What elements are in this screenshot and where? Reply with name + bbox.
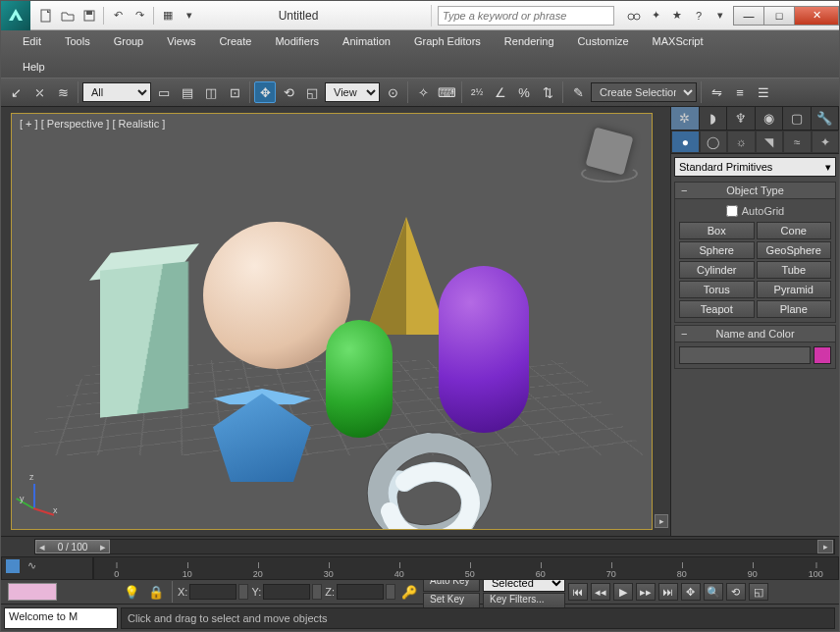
select-rotate-icon[interactable]: ⟲ [278,81,299,103]
viewport-expand-button[interactable]: ▸ [655,514,668,528]
manipulate-icon[interactable]: ✧ [412,81,434,103]
snap-toggle-icon[interactable]: 2½ [466,81,488,103]
menu-help[interactable]: Help [11,57,57,77]
communication-icon[interactable]: ✦ [646,6,665,26]
capsule-purple-object[interactable] [439,266,529,433]
redo-icon[interactable]: ↷ [130,6,149,26]
menu-animation[interactable]: Animation [331,31,402,51]
viewport[interactable]: [ + ] [ Perspective ] [ Realistic ] [11,113,653,530]
select-name-icon[interactable]: ▤ [177,81,198,103]
key-icon[interactable]: 🔑 [398,581,420,603]
capsule-green-object[interactable] [326,320,393,438]
named-selection-dropdown[interactable]: Create Selection Se [591,82,697,102]
qat-dropdown-icon[interactable]: ▾ [180,6,199,26]
search-input[interactable] [438,6,614,26]
align-icon[interactable]: ≡ [729,81,751,103]
save-icon[interactable] [79,6,99,26]
binoculars-icon[interactable] [624,6,644,26]
layers-icon[interactable]: ☰ [753,81,774,103]
edit-named-sel-icon[interactable]: ✎ [567,81,589,103]
lights-subtab-icon[interactable]: ☼ [727,131,756,153]
sphere-button[interactable]: Sphere [679,241,755,259]
select-scale-icon[interactable]: ◱ [301,81,323,103]
maxscript-listener[interactable]: Welcome to M [4,607,118,629]
nav-zoom-icon[interactable]: 🔍 [704,583,723,601]
prev-frame-icon[interactable]: ◂◂ [591,583,610,601]
box-button[interactable]: Box [679,222,755,239]
motion-tab-icon[interactable]: ◉ [756,107,784,130]
use-center-icon[interactable]: ⊙ [382,81,403,103]
create-tab-icon[interactable]: ✲ [671,107,700,130]
link-icon[interactable]: ↙ [5,81,26,103]
nav-pan-icon[interactable]: ✥ [681,583,701,601]
menu-modifiers[interactable]: Modifiers [263,31,331,51]
select-icon[interactable]: ▭ [153,81,175,103]
y-spinner[interactable] [312,584,322,600]
name-color-rollout-header[interactable]: −Name and Color [674,325,836,342]
undo-icon[interactable]: ↶ [108,6,128,26]
track-curve-icon[interactable]: ∿ [27,559,36,572]
open-icon[interactable] [58,6,78,26]
hierarchy-tab-icon[interactable]: ♆ [727,107,756,130]
selection-filter-dropdown[interactable]: All [82,82,151,102]
goto-end-icon[interactable]: ⏭ [658,583,678,601]
menu-maxscript[interactable]: MAXScript [641,31,715,51]
teapot-button[interactable]: Teapot [679,300,755,318]
new-icon[interactable] [36,6,56,26]
object-type-rollout-header[interactable]: −Object Type [674,182,836,199]
torus-knot-object[interactable] [345,428,512,530]
geometry-subtab-icon[interactable]: ● [671,131,700,153]
nav-max-icon[interactable]: ◱ [749,583,768,601]
menu-graph-editors[interactable]: Graph Editors [402,31,493,51]
z-coord-input[interactable] [337,584,384,600]
tube-button[interactable]: Tube [757,261,832,279]
cylinder-button[interactable]: Cylinder [679,261,755,279]
helpers-subtab-icon[interactable]: ≈ [783,131,812,153]
time-slider-track[interactable]: ◂ 0 / 100 ▸ ▸ [34,539,835,554]
help-icon[interactable]: ? [689,6,709,26]
bind-icon[interactable]: ≋ [52,81,74,103]
minimize-button[interactable]: ― [733,6,764,26]
spinner-snap-icon[interactable]: ⇅ [537,81,558,103]
percent-snap-icon[interactable]: % [513,81,535,103]
z-spinner[interactable] [386,584,395,600]
play-icon[interactable]: ▶ [613,583,633,601]
favorites-icon[interactable]: ★ [667,6,687,26]
selection-lock-indicator[interactable] [8,583,57,601]
x-spinner[interactable] [238,584,248,600]
menu-customize[interactable]: Customize [566,31,641,51]
category-dropdown[interactable]: Standard Primitives▾ [674,157,836,177]
help-dropdown-icon[interactable]: ▾ [710,6,730,26]
x-coord-input[interactable] [189,584,236,600]
angle-snap-icon[interactable]: ∠ [490,81,511,103]
goto-start-icon[interactable]: ⏮ [568,583,588,601]
spacewarps-subtab-icon[interactable]: ✦ [812,131,840,153]
time-slider-thumb[interactable]: ◂ 0 / 100 ▸ [35,540,110,553]
pyramid-button[interactable]: Pyramid [757,281,832,298]
next-frame-icon[interactable]: ▸▸ [636,583,656,601]
cone-button[interactable]: Cone [757,222,832,239]
select-move-icon[interactable]: ✥ [254,81,276,103]
menu-views[interactable]: Views [155,31,207,51]
window-crossing-icon[interactable]: ⊡ [224,81,245,103]
nav-orbit-icon[interactable]: ⟲ [726,583,746,601]
utilities-tab-icon[interactable]: 🔧 [812,107,840,130]
display-tab-icon[interactable]: ▢ [783,107,812,130]
project-icon[interactable]: ▦ [158,6,178,26]
geosphere-button[interactable]: GeoSphere [757,241,832,259]
autogrid-checkbox[interactable] [726,205,738,217]
unlink-icon[interactable]: ⤫ [28,81,50,103]
menu-rendering[interactable]: Rendering [493,31,566,51]
menu-group[interactable]: Group [102,31,156,51]
close-button[interactable]: ✕ [794,6,839,26]
menu-create[interactable]: Create [207,31,263,51]
app-menu-icon[interactable] [1,1,30,30]
select-region-icon[interactable]: ◫ [200,81,222,103]
object-name-input[interactable] [679,346,811,364]
menu-tools[interactable]: Tools [53,31,102,51]
plane-button[interactable]: Plane [757,300,832,318]
selection-lock-icon[interactable]: 🔒 [145,581,167,603]
object-color-swatch[interactable] [814,346,831,364]
track-mini-icon[interactable] [6,559,20,573]
track-ruler[interactable]: 0 10 20 30 40 50 60 70 80 90 100 [93,556,839,580]
